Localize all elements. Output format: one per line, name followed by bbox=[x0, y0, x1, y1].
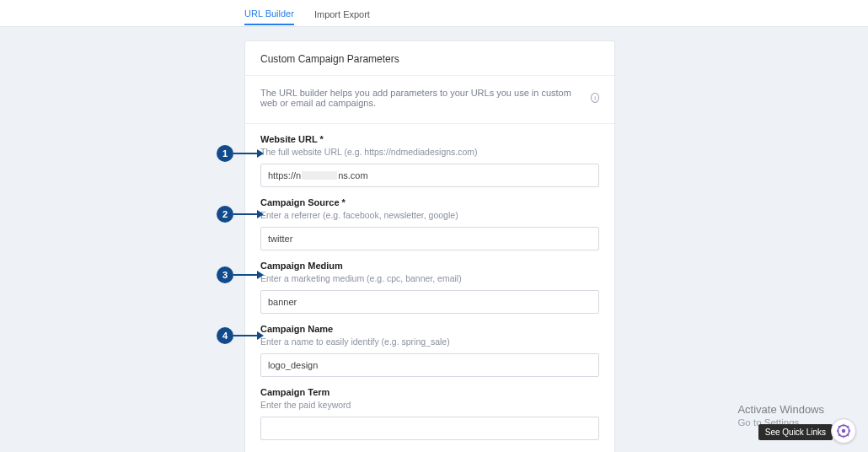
website-url-hint: The full website URL (e.g. https://ndmed… bbox=[260, 147, 599, 157]
field-campaign-term: Campaign Term Enter the paid keyword bbox=[245, 377, 614, 440]
callout-3: 3 bbox=[217, 266, 259, 283]
callout-badge-4: 4 bbox=[217, 327, 233, 344]
campaign-name-input[interactable] bbox=[260, 353, 599, 377]
website-url-label: Website URL * bbox=[260, 134, 599, 144]
info-icon[interactable]: i bbox=[591, 93, 599, 103]
campaign-medium-label: Campaign Medium bbox=[260, 261, 599, 271]
arrow-icon bbox=[233, 274, 259, 276]
website-url-value-pre: https://n bbox=[268, 170, 301, 180]
card-description-text: The URL builder helps you add parameters… bbox=[260, 88, 586, 108]
card-description: The URL builder helps you add parameters… bbox=[245, 76, 614, 124]
campaign-medium-input[interactable] bbox=[260, 290, 599, 314]
campaign-parameters-card: Custom Campaign Parameters The URL build… bbox=[244, 40, 615, 452]
callout-badge-1: 1 bbox=[217, 145, 233, 162]
field-website-url: Website URL * The full website URL (e.g.… bbox=[245, 124, 614, 187]
quick-links-tooltip: See Quick Links bbox=[758, 424, 833, 440]
campaign-source-hint: Enter a referrer (e.g. facebook, newslet… bbox=[260, 210, 599, 220]
callout-1: 1 bbox=[217, 145, 259, 162]
campaign-medium-hint: Enter a marketing medium (e.g. cpc, bann… bbox=[260, 273, 599, 283]
campaign-name-hint: Enter a name to easily identify (e.g. sp… bbox=[260, 336, 599, 347]
tab-bar: URL Builder Import Export bbox=[0, 0, 868, 27]
callout-2: 2 bbox=[217, 206, 259, 223]
arrow-icon bbox=[233, 213, 259, 215]
redacted-segment bbox=[302, 171, 337, 180]
field-campaign-medium: Campaign Medium Enter a marketing medium… bbox=[245, 250, 614, 314]
tab-url-builder[interactable]: URL Builder bbox=[244, 2, 294, 25]
floating-action-button[interactable] bbox=[831, 418, 856, 444]
card-title: Custom Campaign Parameters bbox=[245, 41, 614, 76]
campaign-term-label: Campaign Term bbox=[260, 387, 599, 397]
campaign-source-input[interactable] bbox=[260, 227, 599, 250]
campaign-source-label: Campaign Source * bbox=[260, 197, 599, 207]
activate-windows-title: Activate Windows bbox=[737, 402, 824, 417]
gear-icon bbox=[836, 423, 851, 439]
website-url-input[interactable]: https://nns.com bbox=[260, 164, 599, 187]
tab-import-export[interactable]: Import Export bbox=[314, 3, 370, 24]
arrow-icon bbox=[233, 335, 259, 336]
callout-badge-2: 2 bbox=[217, 206, 233, 223]
arrow-icon bbox=[233, 153, 259, 154]
callout-4: 4 bbox=[217, 327, 259, 344]
campaign-name-label: Campaign Name bbox=[260, 324, 599, 334]
campaign-term-input[interactable] bbox=[260, 417, 599, 440]
field-campaign-name: Campaign Name Enter a name to easily ide… bbox=[245, 314, 614, 377]
website-url-value-post: ns.com bbox=[338, 170, 367, 180]
field-campaign-content: Campaign Content Enter something to diff… bbox=[245, 440, 614, 452]
campaign-term-hint: Enter the paid keyword bbox=[260, 400, 599, 410]
callout-badge-3: 3 bbox=[217, 266, 233, 283]
svg-point-1 bbox=[842, 429, 846, 433]
field-campaign-source: Campaign Source * Enter a referrer (e.g.… bbox=[245, 187, 614, 250]
